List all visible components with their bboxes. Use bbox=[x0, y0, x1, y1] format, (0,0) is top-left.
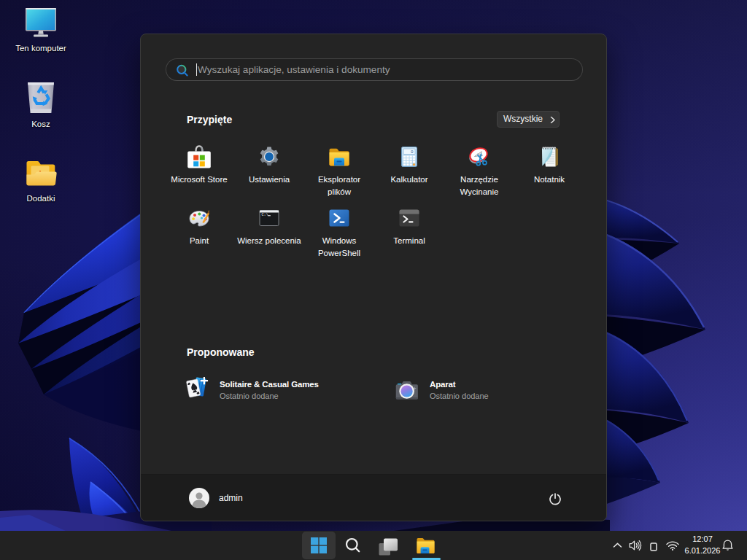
svg-text:0: 0 bbox=[411, 149, 414, 155]
svg-text:C:\: C:\ bbox=[262, 213, 268, 217]
